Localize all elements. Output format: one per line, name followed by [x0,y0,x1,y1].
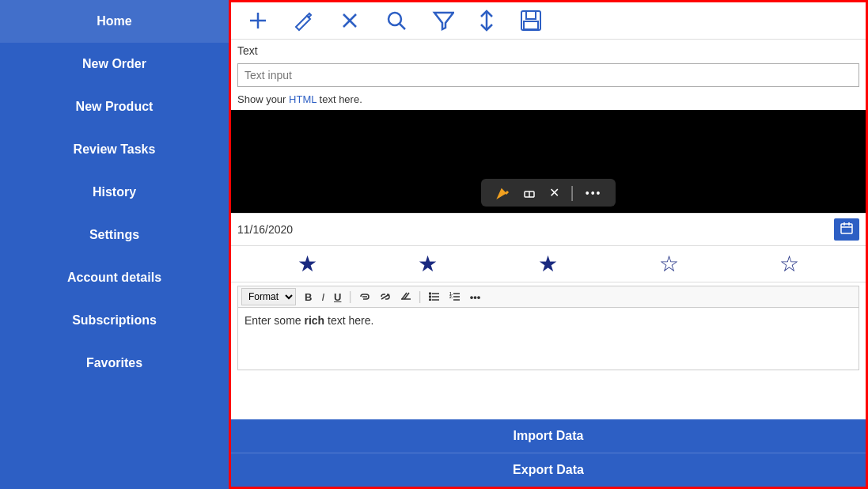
ordered-list-button[interactable]: 1. 2. [445,290,464,305]
svg-point-24 [429,299,430,301]
sidebar: Home New Order New Product Review Tasks … [0,0,229,489]
star-3[interactable]: ★ [538,251,558,277]
date-row [231,213,866,246]
calendar-button[interactable] [834,218,859,241]
toolbar-sep-2: | [419,290,422,304]
sidebar-item-settings[interactable]: Settings [0,214,229,256]
text-section-label: Text [231,40,866,60]
date-input[interactable] [237,223,834,236]
link-button[interactable] [355,290,374,305]
rich-text-bold: rich [304,314,324,327]
drawing-more-btn[interactable]: ••• [581,185,607,201]
sidebar-item-home[interactable]: Home [0,0,229,43]
svg-point-4 [389,13,401,25]
svg-rect-9 [524,21,538,29]
stars-row: ★ ★ ★ ☆ ☆ [231,246,866,282]
rich-text-prefix: Enter some [244,314,304,327]
html-preview: Show your HTML text here. [231,90,866,110]
toolbar-sep-1: | [348,290,351,304]
sidebar-item-favorites[interactable]: Favorites [0,342,229,385]
svg-rect-8 [526,11,536,19]
main-toolbar [231,2,866,40]
pen-tool-btn[interactable] [491,184,514,202]
html-link[interactable]: HTML [289,93,316,105]
sidebar-item-history[interactable]: History [0,171,229,214]
content-area: Text Show your HTML text here. [231,40,866,487]
filter-icon[interactable] [432,9,454,32]
unlink-button[interactable] [376,290,395,305]
text-input-row [231,60,866,90]
search-icon[interactable] [385,9,408,32]
sort-icon[interactable] [478,9,495,32]
export-data-button[interactable]: Export Data [231,453,866,487]
text-input[interactable] [237,63,859,87]
drawing-close-btn[interactable]: ✕ [544,184,564,202]
svg-text:2.: 2. [449,294,453,299]
sidebar-item-account-details[interactable]: Account details [0,256,229,299]
svg-point-22 [429,293,430,294]
import-data-button[interactable]: Import Data [231,419,866,453]
clear-format-button[interactable] [396,290,415,305]
underline-button[interactable]: U [330,290,345,305]
star-4[interactable]: ☆ [659,251,679,277]
star-1[interactable]: ★ [298,251,317,277]
sidebar-item-new-product[interactable]: New Product [0,85,229,128]
edit-icon[interactable] [293,9,315,32]
html-suffix: text here. [316,93,362,105]
bottom-buttons: Import Data Export Data [231,419,866,487]
eraser-tool-btn[interactable] [517,184,541,202]
main-content: Text Show your HTML text here. [229,0,868,489]
save-icon[interactable] [519,9,543,32]
sidebar-item-subscriptions[interactable]: Subscriptions [0,299,229,342]
bold-button[interactable]: B [301,290,316,305]
italic-button[interactable]: I [317,290,328,305]
html-prefix: Show your [237,93,289,105]
star-2[interactable]: ★ [418,251,438,277]
svg-line-5 [400,24,405,29]
rich-text-suffix: text here. [324,314,373,327]
rich-editor-container: Format B I U | [231,282,866,419]
format-select[interactable]: Format [241,288,296,305]
svg-rect-12 [841,224,852,233]
sidebar-item-new-order[interactable]: New Order [0,43,229,85]
svg-point-23 [429,296,430,298]
add-icon[interactable] [247,9,269,32]
drawing-toolbar: ✕ | ••• [481,179,616,207]
drawing-area: ✕ | ••• [231,110,866,213]
rich-text-toolbar: Format B I U | [237,286,859,307]
unordered-list-button[interactable] [425,290,444,305]
star-5[interactable]: ☆ [779,251,799,277]
more-options-button[interactable]: ••• [466,290,485,305]
rich-editor-body[interactable]: Enter some rich text here. [237,307,859,370]
sidebar-item-review-tasks[interactable]: Review Tasks [0,128,229,171]
drawing-separator: | [570,184,574,202]
close-icon[interactable] [339,9,361,32]
